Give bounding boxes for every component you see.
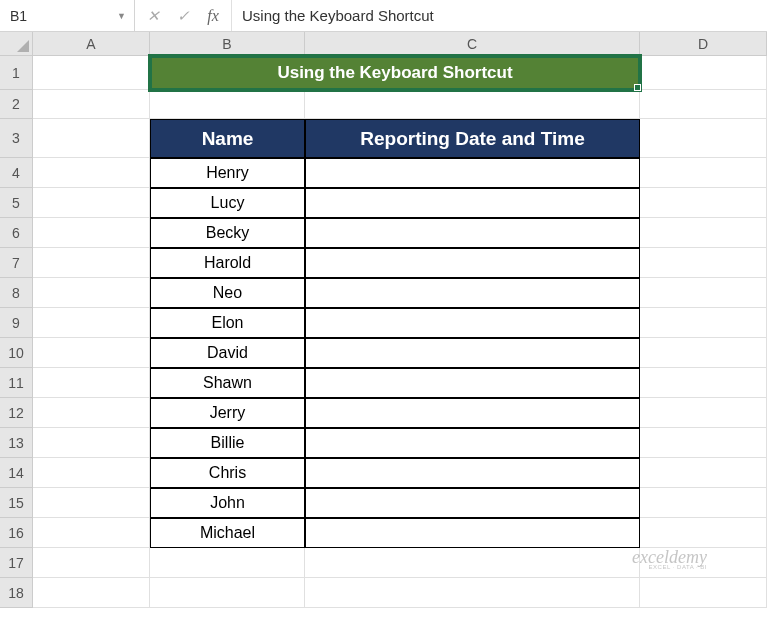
cell[interactable]: [150, 548, 305, 578]
cell[interactable]: [150, 578, 305, 608]
col-header-c[interactable]: C: [305, 32, 640, 56]
cell[interactable]: [640, 248, 767, 278]
table-row[interactable]: [305, 398, 640, 428]
table-row[interactable]: [305, 218, 640, 248]
cancel-icon[interactable]: ✕: [139, 0, 167, 31]
row-header[interactable]: 7: [0, 248, 33, 278]
select-all-corner[interactable]: [0, 32, 33, 56]
table-row[interactable]: Shawn: [150, 368, 305, 398]
cell[interactable]: [640, 338, 767, 368]
cell[interactable]: [33, 368, 150, 398]
table-row[interactable]: [305, 308, 640, 338]
table-row[interactable]: Neo: [150, 278, 305, 308]
cell[interactable]: [640, 56, 767, 90]
cell[interactable]: [33, 578, 150, 608]
cell[interactable]: [640, 578, 767, 608]
cell[interactable]: [33, 428, 150, 458]
table-row[interactable]: Harold: [150, 248, 305, 278]
cell[interactable]: [33, 188, 150, 218]
cell[interactable]: [640, 278, 767, 308]
cell[interactable]: [640, 428, 767, 458]
table-row[interactable]: [305, 248, 640, 278]
row-header[interactable]: 2: [0, 90, 33, 119]
cell[interactable]: [33, 56, 150, 90]
row-header[interactable]: 3: [0, 119, 33, 158]
row-header[interactable]: 8: [0, 278, 33, 308]
table-row[interactable]: Billie: [150, 428, 305, 458]
table-row[interactable]: [305, 428, 640, 458]
row-header[interactable]: 4: [0, 158, 33, 188]
table-row[interactable]: [305, 518, 640, 548]
row-header[interactable]: 10: [0, 338, 33, 368]
table-row[interactable]: [305, 338, 640, 368]
row-header[interactable]: 11: [0, 368, 33, 398]
row-header[interactable]: 14: [0, 458, 33, 488]
fx-icon[interactable]: fx: [199, 0, 227, 31]
cell[interactable]: [640, 368, 767, 398]
table-row[interactable]: [305, 158, 640, 188]
table-row[interactable]: [305, 368, 640, 398]
table-row[interactable]: Jerry: [150, 398, 305, 428]
cell[interactable]: [33, 248, 150, 278]
cell[interactable]: [33, 518, 150, 548]
cell[interactable]: [640, 518, 767, 548]
col-header-b[interactable]: B: [150, 32, 305, 56]
chevron-down-icon[interactable]: ▼: [113, 11, 130, 21]
row-header[interactable]: 12: [0, 398, 33, 428]
cell[interactable]: [305, 548, 640, 578]
row-header[interactable]: 16: [0, 518, 33, 548]
row-header[interactable]: 13: [0, 428, 33, 458]
table-row[interactable]: [305, 188, 640, 218]
fill-handle[interactable]: [634, 84, 641, 91]
table-header-name[interactable]: Name: [150, 119, 305, 158]
name-box[interactable]: [10, 8, 110, 24]
row-header[interactable]: 1: [0, 56, 33, 90]
cell[interactable]: [33, 90, 150, 119]
enter-icon[interactable]: ✓: [169, 0, 197, 31]
cell[interactable]: [33, 398, 150, 428]
table-row[interactable]: [305, 278, 640, 308]
cell[interactable]: [640, 188, 767, 218]
cell[interactable]: [33, 488, 150, 518]
name-box-wrap[interactable]: ▼: [0, 0, 135, 31]
table-row[interactable]: Henry: [150, 158, 305, 188]
cell[interactable]: [640, 308, 767, 338]
cell[interactable]: [305, 90, 640, 119]
row-header[interactable]: 9: [0, 308, 33, 338]
cell[interactable]: [33, 458, 150, 488]
table-row[interactable]: Elon: [150, 308, 305, 338]
row-header[interactable]: 5: [0, 188, 33, 218]
cell[interactable]: [150, 90, 305, 119]
table-row[interactable]: [305, 488, 640, 518]
table-row[interactable]: [305, 458, 640, 488]
cell[interactable]: [640, 119, 767, 158]
cell[interactable]: [33, 218, 150, 248]
cell[interactable]: [33, 308, 150, 338]
cell[interactable]: [640, 398, 767, 428]
cell[interactable]: [33, 119, 150, 158]
row-header[interactable]: 6: [0, 218, 33, 248]
cell[interactable]: [33, 548, 150, 578]
table-row[interactable]: David: [150, 338, 305, 368]
formula-input[interactable]: Using the Keyboard Shortcut: [232, 0, 767, 31]
cell[interactable]: [640, 218, 767, 248]
cell[interactable]: [33, 338, 150, 368]
table-row[interactable]: Lucy: [150, 188, 305, 218]
table-row[interactable]: Becky: [150, 218, 305, 248]
table-row[interactable]: Chris: [150, 458, 305, 488]
table-header-reporting[interactable]: Reporting Date and Time: [305, 119, 640, 158]
col-header-d[interactable]: D: [640, 32, 767, 56]
cell[interactable]: [305, 578, 640, 608]
row-header[interactable]: 18: [0, 578, 33, 608]
row-header[interactable]: 15: [0, 488, 33, 518]
cell[interactable]: [640, 158, 767, 188]
cell[interactable]: [640, 488, 767, 518]
cell[interactable]: [640, 90, 767, 119]
table-row[interactable]: John: [150, 488, 305, 518]
table-row[interactable]: Michael: [150, 518, 305, 548]
cell[interactable]: [640, 458, 767, 488]
row-header[interactable]: 17: [0, 548, 33, 578]
title-cell[interactable]: Using the Keyboard Shortcut: [150, 56, 640, 90]
cell[interactable]: [33, 158, 150, 188]
cell[interactable]: [33, 278, 150, 308]
